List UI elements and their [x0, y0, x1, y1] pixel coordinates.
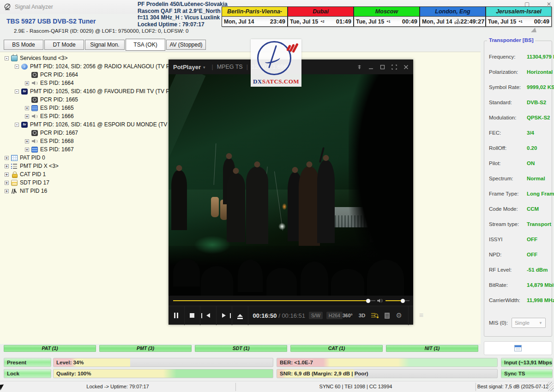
tree-label[interactable]: PMT PID: 1024, SID: 2056 @ RADIO KALANGO…	[30, 63, 182, 70]
player-app-name[interactable]: PotPlayer	[173, 64, 201, 71]
statusbar-best-signal: Best signal: 7,5 dB (2025-07-12 23:58)	[476, 381, 550, 392]
pin-icon[interactable]	[357, 65, 362, 70]
tree-label[interactable]: PCR PID: 1664	[40, 71, 78, 78]
view-360-button[interactable]: 360°	[343, 313, 353, 318]
green-audience-light	[194, 236, 231, 254]
tree-label[interactable]: ES PID: 1665	[40, 105, 74, 111]
expander[interactable]: +	[5, 156, 9, 160]
tab-bs-mode[interactable]: BS Mode	[4, 40, 43, 50]
eject-icon	[237, 314, 243, 317]
clock-london: London, Eng Mon, Jul 14 -1DST 22:49:27	[420, 6, 486, 27]
cat-progress: CAT (1)	[290, 345, 383, 352]
tree-label[interactable]: CAT PID 1	[20, 171, 46, 178]
expander[interactable]: +	[5, 164, 9, 168]
sdt-icon	[11, 180, 18, 186]
chevron-down-icon[interactable]: ▾	[203, 65, 205, 70]
expander[interactable]: -	[15, 123, 19, 127]
expander[interactable]: +	[25, 106, 29, 110]
player-seekbar[interactable]	[169, 296, 413, 306]
previous-button[interactable]	[200, 306, 217, 325]
volume-knob[interactable]	[401, 299, 405, 303]
stop-button[interactable]	[185, 306, 201, 325]
gear-icon[interactable]: ⚙	[396, 311, 402, 320]
expander[interactable]: -	[15, 89, 19, 94]
tree-label[interactable]: PMT PID X <3>	[20, 163, 59, 169]
expander[interactable]: +	[25, 81, 29, 85]
tuner-title: TBS 5927 USB DVB-S2 Tuner	[6, 18, 96, 25]
restore-icon[interactable]	[380, 65, 385, 70]
level-bar: Level: 34%	[53, 358, 273, 367]
clock-time: 01:49	[336, 18, 351, 25]
expander[interactable]: +	[25, 114, 29, 119]
menu-icon[interactable]: ≡	[415, 311, 428, 320]
clock-city-label: Berlin-Paris-Vienna-Roma	[222, 7, 287, 17]
mis-select[interactable]: Single▼	[512, 318, 546, 328]
expander[interactable]: -	[5, 56, 9, 60]
tp-label: Frequency:	[489, 54, 516, 59]
chevron-down-icon: ▼	[539, 321, 542, 325]
ber-bar: BER: <1.0E-7	[277, 358, 498, 367]
tab-tsa[interactable]: TSA (OK)	[126, 39, 165, 51]
tree-item: -PMT PID: 1026, SID: 4161 @ ESPOIR DU MO…	[5, 120, 166, 129]
tree-label[interactable]: Services found <3>	[20, 55, 67, 61]
pid-tree: -Services found <3> -PMT PID: 1024, SID:…	[5, 54, 166, 195]
close-icon[interactable]	[403, 65, 409, 70]
video-frame[interactable]	[169, 74, 413, 296]
tp-label: FEC:	[489, 130, 501, 136]
pat-icon	[11, 155, 18, 161]
minimize-icon[interactable]	[368, 65, 373, 70]
tree-label[interactable]: PMT PID: 1025, SID: 4160 @ FAVOURED FMI …	[30, 88, 182, 95]
tree-item: +NIT PID 16	[5, 187, 166, 195]
eject-button[interactable]	[232, 306, 248, 325]
tree-label[interactable]: ES PID: 1666	[40, 113, 74, 119]
tree-label[interactable]: NIT PID 16	[20, 188, 47, 194]
tv-service-icon	[21, 89, 28, 95]
pause-button[interactable]	[169, 306, 185, 325]
expander[interactable]: +	[5, 181, 9, 185]
clock-offset: +2	[320, 20, 325, 23]
expander[interactable]: -	[15, 65, 19, 69]
tuner-subtitle: 2.9E - Rascom-QAF1R (ID: 0029) @ LOF1: 9…	[14, 28, 188, 34]
log-icon[interactable]	[385, 313, 390, 319]
tab-av[interactable]: AV (Stopped)	[166, 40, 206, 50]
volume-icon[interactable]	[377, 298, 383, 303]
time-total: 00:16:51	[282, 312, 305, 319]
tree-label[interactable]: PMT PID: 1026, SID: 4161 @ ESPOIR DU MON…	[30, 121, 185, 128]
clocks-resize-grip[interactable]	[531, 28, 536, 32]
next-button[interactable]	[217, 306, 233, 325]
tree-label[interactable]: PCR PID: 1667	[40, 130, 78, 136]
tree-label[interactable]: ES PID: 1668	[40, 138, 74, 144]
tree-label[interactable]: ES PID: 1667	[40, 146, 74, 153]
fullscreen-icon[interactable]	[391, 65, 397, 70]
tp-label: Modulation:	[489, 115, 516, 120]
tree-item: +PMT PID X <3>	[5, 162, 166, 170]
transponder-list-button[interactable]	[484, 341, 552, 355]
tab-dt-mode[interactable]: DT Mode	[44, 40, 84, 50]
tree-label[interactable]: PAT PID 0	[20, 154, 45, 161]
view-3d-button[interactable]: 3D	[359, 313, 366, 318]
expander[interactable]: +	[5, 189, 9, 193]
satellite-dish-icon	[4, 3, 12, 11]
audio-stream-icon	[31, 113, 38, 119]
seek-knob[interactable]	[366, 299, 370, 303]
tree-label[interactable]: PCR PID: 1665	[40, 96, 78, 103]
tree-label[interactable]: SDT PID 17	[20, 179, 49, 186]
tree-label[interactable]: ES PID: 1664	[40, 80, 74, 86]
tab-signal-mon[interactable]: Signal Mon.	[85, 40, 125, 50]
resize-grip[interactable]	[547, 382, 554, 391]
stop-icon	[190, 313, 194, 318]
playlist-search-icon[interactable]	[371, 313, 379, 319]
audio-stream-icon	[31, 80, 38, 86]
tree-item: +CAT PID 1	[5, 170, 166, 178]
clock-date: Mon, Jul 14	[422, 18, 452, 25]
seek-progress[interactable]	[173, 300, 373, 301]
separator: |	[212, 64, 213, 70]
expander[interactable]: +	[25, 139, 29, 143]
expander[interactable]: +	[5, 172, 9, 177]
tree-item: -PMT PID: 1025, SID: 4160 @ FAVOURED FMI…	[5, 87, 166, 95]
conga-drum	[211, 197, 219, 217]
tp-label: CarrierWidth:	[489, 297, 520, 303]
tp-value: 0.20	[527, 145, 537, 151]
expander[interactable]: +	[25, 148, 29, 152]
tp-value: -51 dBm	[527, 267, 548, 273]
